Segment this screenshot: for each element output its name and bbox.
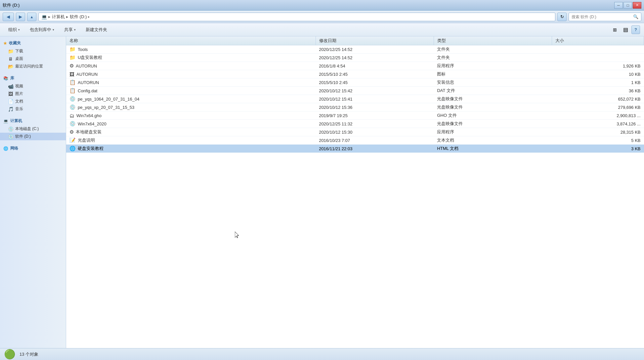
table-row[interactable]: 📁 Tools 2020/12/25 14:52 文件夹 [66,45,644,54]
file-icon: 📋 [69,88,76,94]
file-icon: 💿 [69,104,76,110]
back-button[interactable]: ◀ [3,13,14,21]
breadcrumb-computer[interactable]: 计算机 [52,14,65,20]
pictures-icon: 🖼 [8,91,13,97]
col-header-type[interactable]: 类型 [434,36,552,45]
col-header-size[interactable]: 大小 [552,36,644,45]
file-name: Win7x64_2020 [78,121,107,126]
sidebar-item-recent[interactable]: 📂 最近访问的位置 [0,63,66,70]
drive-d-icon: 💿 [8,134,13,139]
table-row[interactable]: ⚙ 本地硬盘安装 2020/10/12 15:30 应用程序 28,315 KB [66,128,644,136]
sidebar-item-desktop[interactable]: 🖥 桌面 [0,55,66,63]
minimize-button[interactable]: ─ [614,2,623,9]
statusbar-app-icon: 🟢 [4,349,16,360]
file-name: 硬盘安装教程 [78,146,104,152]
sidebar-section-header-library[interactable]: 📚 库 [0,74,66,82]
maximize-button[interactable]: □ [623,2,632,9]
table-row[interactable]: 💿 pe_yqs_xp_20_07_31_15_53 2020/10/12 15… [66,103,644,112]
file-size-cell [552,45,644,54]
search-bar[interactable]: 🔍 [569,13,641,21]
forward-button[interactable]: ▶ [16,13,25,21]
toolbar: 组织 ▾ 包含到库中 ▾ 共享 ▾ 新建文件夹 ⊞ ▤ ? [0,23,644,36]
file-size-cell: 10 KB [552,70,644,78]
file-name: pe_yqs_1064_20_07_31_16_04 [78,97,140,102]
table-row[interactable]: 🗂 Win7x64.gho 2019/9/7 19:25 GHO 文件 2,90… [66,112,644,120]
main-layout: ★ 收藏夹 📁 下载 🖥 桌面 📂 最近访问的位置 📚 库 [0,36,644,348]
sidebar-item-downloads[interactable]: 📁 下载 [0,47,66,55]
table-row[interactable]: 🖼 AUTORUN 2015/5/10 2:45 图标 10 KB [66,70,644,78]
file-type-cell: 光盘映像文件 [434,120,552,128]
sidebar-item-video[interactable]: 📹 视频 [0,82,66,90]
file-size-cell: 5 KB [552,136,644,145]
file-size-cell: 36 KB [552,87,644,95]
help-button[interactable]: ? [631,25,640,34]
file-icon: 💿 [69,96,76,102]
file-date-cell: 2016/11/21 22:03 [316,145,434,153]
new-folder-button[interactable]: 新建文件夹 [81,25,111,35]
file-content[interactable]: 名称 修改日期 类型 大小 📁 Tools 2020/12/25 14:52 文… [66,36,644,348]
file-type-cell: 应用程序 [434,62,552,70]
breadcrumb-drive[interactable]: 软件 (D:) [70,14,87,20]
refresh-button[interactable]: ↻ [557,13,567,21]
sidebar-item-docs[interactable]: 📄 文档 [0,98,66,105]
table-row[interactable]: 📝 光盘说明 2016/10/23 7:07 文本文档 5 KB [66,136,644,145]
file-name: 本地硬盘安装 [76,129,102,135]
table-row[interactable]: 📋 Config.dat 2020/10/12 15:42 DAT 文件 36 … [66,87,644,95]
titlebar-title: 软件 (D:) [3,2,20,8]
file-name-cell: 📝 光盘说明 [66,136,316,145]
sidebar-section-library: 📚 库 📹 视频 🖼 图片 📄 文档 🎵 音乐 [0,74,66,113]
sidebar-section-header-network[interactable]: 🌐 网络 [0,144,66,153]
sidebar-section-header-favorites[interactable]: ★ 收藏夹 [0,39,66,47]
preview-button[interactable]: ▤ [621,25,630,34]
table-row[interactable]: 🌐 硬盘安装教程 2016/11/21 22:03 HTML 文档 3 KB [66,145,644,153]
col-header-date[interactable]: 修改日期 [316,36,434,45]
col-header-name[interactable]: 名称 [66,36,316,45]
sidebar-section-computer: 💻 计算机 💿 本地磁盘 (C:) 💿 软件 (D:) [0,117,66,140]
breadcrumb-sep1: ▸ [48,14,51,19]
search-input[interactable] [572,15,632,19]
sidebar-item-music[interactable]: 🎵 音乐 [0,105,66,113]
file-date-cell: 2020/10/12 15:42 [316,87,434,95]
file-date-cell: 2016/10/23 7:07 [316,136,434,145]
file-date-cell: 2020/10/12 15:30 [316,128,434,136]
file-icon: 💿 [69,121,76,127]
table-row[interactable]: 📁 U盘安装教程 2020/12/25 14:52 文件夹 [66,54,644,62]
file-type-cell: GHO 文件 [434,112,552,120]
organize-button[interactable]: 组织 ▾ [4,25,24,35]
addressbar: ◀ ▶ ▲ 💻 ▸ 计算机 ▸ 软件 (D:) ▸ ↻ 🔍 [0,11,644,23]
recent-label: 最近访问的位置 [15,64,43,69]
table-row[interactable]: 💿 Win7x64_2020 2020/12/25 11:32 光盘映像文件 3… [66,120,644,128]
breadcrumb-bar[interactable]: 💻 ▸ 计算机 ▸ 软件 (D:) ▸ [38,13,555,21]
file-type-cell: 光盘映像文件 [434,103,552,112]
file-name: Config.dat [78,88,97,93]
up-button[interactable]: ▲ [27,13,36,21]
breadcrumb-dropdown-icon[interactable]: ▸ [88,15,90,19]
library-icon: 📚 [3,76,8,81]
include-library-button[interactable]: 包含到库中 ▾ [25,25,59,35]
table-row[interactable]: ⚙ AUTORUN 2016/1/8 4:54 应用程序 1,926 KB [66,62,644,70]
new-folder-label: 新建文件夹 [86,27,107,33]
share-button[interactable]: 共享 ▾ [60,25,80,35]
table-row[interactable]: 💿 pe_yqs_1064_20_07_31_16_04 2020/10/12 … [66,95,644,103]
statusbar-count: 13 个对象 [20,351,38,357]
titlebar: 软件 (D:) ─ □ ✕ [0,0,644,11]
table-row[interactable]: 📋 AUTORUN 2015/5/10 2:45 安装信息 1 KB [66,78,644,87]
sidebar-item-drive-c[interactable]: 💿 本地磁盘 (C:) [0,125,66,133]
sidebar-item-drive-d[interactable]: 💿 软件 (D:) [0,133,66,140]
file-name-cell: 📋 Config.dat [66,87,316,95]
sidebar-item-pictures[interactable]: 🖼 图片 [0,90,66,98]
search-icon[interactable]: 🔍 [633,14,638,19]
view-button[interactable]: ⊞ [610,25,620,34]
recent-icon: 📂 [8,64,13,69]
library-label: 库 [10,75,14,81]
file-size-cell: 1,926 KB [552,62,644,70]
file-name-cell: ⚙ 本地硬盘安装 [66,128,316,136]
sidebar-section-header-computer[interactable]: 💻 计算机 [0,117,66,125]
file-date-cell: 2020/12/25 11:32 [316,120,434,128]
close-button[interactable]: ✕ [633,2,641,9]
file-icon: 📁 [69,55,76,61]
file-name-cell: 💿 Win7x64_2020 [66,120,316,128]
organize-arrow-icon: ▾ [18,28,20,31]
file-name: Tools [78,47,88,52]
drive-d-label: 软件 (D:) [15,134,31,139]
